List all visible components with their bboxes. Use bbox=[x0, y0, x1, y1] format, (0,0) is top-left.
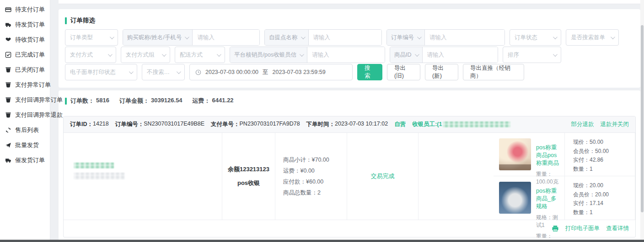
sidebar-item-pending-ship[interactable]: 待发货订单 bbox=[0, 17, 50, 32]
sidebar-item-callback-error[interactable]: 支付回调异常订单 bbox=[0, 92, 50, 107]
billing-card-icon bbox=[5, 6, 11, 13]
product-name-link[interactable]: pos称重商品pos称重商品 bbox=[536, 144, 559, 167]
product-info-1: pos称重商品pos称重商品 重量：100.00克 bbox=[536, 138, 559, 170]
callback-error-icon bbox=[5, 97, 11, 103]
buyer-search-input[interactable] bbox=[193, 30, 259, 45]
product-id-input[interactable] bbox=[423, 47, 498, 63]
chevron-down-icon bbox=[301, 35, 305, 39]
total-qty-line: 商品总数量：2 bbox=[283, 189, 347, 197]
sidebar-item-label: 待发货订单 bbox=[15, 21, 45, 29]
completed-check-icon bbox=[5, 52, 11, 58]
chevron-down-icon bbox=[414, 52, 419, 57]
sidebar-item-batch-ship[interactable]: 批量发货 bbox=[0, 137, 50, 153]
order-status-select[interactable]: 订单状态 bbox=[510, 29, 561, 46]
pickup-name-select[interactable]: 自提点名称 bbox=[265, 30, 309, 45]
date-end-value: 2023-07-03 23:59:59 bbox=[273, 69, 326, 75]
subtotal-line: 商品小计：¥70.00 bbox=[283, 156, 347, 164]
order-sn-select[interactable]: 订单编号 bbox=[387, 30, 425, 45]
pickup-name-label: 自提点名称 bbox=[269, 34, 298, 42]
qty-line: 数量：1 bbox=[573, 165, 635, 174]
price-cell-2: 现价：20.00 会员价：20.00 实付：17.14 数量：1 bbox=[565, 176, 635, 220]
platform-clerk-select[interactable]: 平台核销员/pos收银员信 bbox=[230, 47, 307, 63]
sort-label: 排序 bbox=[508, 51, 519, 59]
product-id-label: 商品ID bbox=[394, 51, 412, 59]
qty-line: 数量：1 bbox=[573, 208, 635, 217]
search-button[interactable]: 搜索 bbox=[357, 64, 382, 80]
pay-method-label: 支付方式 bbox=[70, 51, 93, 59]
redacted-cashier-phone bbox=[443, 121, 510, 127]
first-order-select[interactable]: 是否搜索首单 bbox=[566, 29, 619, 46]
sort-select[interactable]: 排序 bbox=[503, 47, 561, 63]
sidebar-item-pending-payment[interactable]: 待支付订单 bbox=[0, 2, 50, 17]
receive-goods-icon bbox=[5, 37, 11, 43]
vertical-scrollbar[interactable] bbox=[640, 0, 644, 240]
pickup-search-input[interactable] bbox=[309, 30, 382, 45]
export-old-button[interactable]: 导出(旧) bbox=[387, 64, 420, 80]
chevron-down-icon bbox=[129, 69, 134, 74]
sidebar-item-completed[interactable]: 已完成订单 bbox=[0, 47, 50, 62]
view-detail-link[interactable]: 查看详情 bbox=[606, 225, 629, 232]
order-sn-search-input[interactable] bbox=[425, 30, 504, 45]
date-range-picker[interactable]: 2023-07-03 00:00:00 至 2023-07-03 23:59:5… bbox=[189, 64, 353, 80]
product-name-link[interactable]: pos称重商品_多规格 bbox=[536, 187, 559, 210]
pickup-search-group: 自提点名称 bbox=[264, 29, 382, 46]
printer-icon[interactable] bbox=[552, 225, 559, 232]
chevron-down-icon bbox=[177, 69, 181, 74]
buyer-search-group: 购买昵称/姓名/手机号 bbox=[123, 29, 260, 46]
sidebar-item-label: 待支付订单 bbox=[15, 5, 45, 14]
time-mode-label: 不搜索时间 bbox=[147, 68, 174, 76]
sidebar-item-callback-refund[interactable]: 支付回调异常退款 bbox=[0, 107, 50, 122]
closed-order-icon bbox=[5, 67, 11, 73]
clerk-search-input[interactable] bbox=[307, 47, 385, 63]
order-stats-line: 订单数：5816 订单金额：3039126.54 运费：6441.22 bbox=[65, 97, 240, 105]
order-header: 订单ID：14218 订单编号：SN2307031017E49B8E 支付单号：… bbox=[64, 116, 635, 133]
print-eface-link[interactable]: 打印电子面单 bbox=[565, 225, 600, 232]
refund-close-link[interactable]: 退款并关闭 bbox=[601, 121, 629, 128]
paid-line: 实付：42.86 bbox=[573, 156, 635, 165]
amount-summary-cell: 商品小计：¥70.00 运费：¥0.00 应付款：¥60.00 商品总数量：2 bbox=[275, 133, 347, 220]
chevron-down-icon bbox=[108, 52, 113, 57]
order-type-select[interactable]: 订单类型 bbox=[65, 29, 118, 46]
chevron-down-icon bbox=[217, 52, 221, 57]
filter-title-text: 订单筛选 bbox=[70, 16, 95, 25]
order-row-block: 订单ID：14218 订单编号：SN2307031017E49B8E 支付单号：… bbox=[63, 116, 636, 237]
member-price-line: 会员价：50.00 bbox=[573, 147, 635, 156]
main-content: 订单筛选 订单类型 购买昵称/姓名/手机号 自提点名称 bbox=[50, 0, 644, 242]
export-direct-button[interactable]: 导出直推（经销商） bbox=[463, 64, 524, 80]
paid-line: 实付：17.14 bbox=[573, 199, 635, 208]
truck-icon bbox=[5, 21, 11, 28]
chevron-down-icon bbox=[110, 35, 114, 39]
sidebar-item-pending-receive[interactable]: 待收货订单 bbox=[0, 32, 50, 47]
price-line: 现价：20.00 bbox=[573, 181, 635, 190]
chevron-down-icon bbox=[185, 35, 189, 39]
product-id-select[interactable]: 商品ID bbox=[390, 47, 423, 63]
section-accent-bar bbox=[65, 98, 67, 105]
buyer-key-select[interactable]: 购买昵称/姓名/手机号 bbox=[123, 30, 193, 45]
pay-method-group-select[interactable]: 支付方式组 bbox=[121, 47, 170, 63]
export-new-button[interactable]: 导出(新) bbox=[425, 64, 458, 80]
sidebar: 待支付订单 待发货订单 待收货订单 已完成订单 已关闭订单 支付异常订单 支付回… bbox=[0, 0, 50, 240]
order-items-table: pos称重商品pos称重商品 重量：100.00克 现价：50.00 会员价：5… bbox=[64, 133, 635, 220]
price-cell-1: 现价：50.00 会员价：50.00 实付：42.86 数量：1 bbox=[565, 133, 635, 176]
sidebar-item-label: 支付回调异常订单 bbox=[15, 96, 63, 104]
date-separator: 至 bbox=[263, 68, 268, 76]
partial-refund-link[interactable]: 部分退款 bbox=[571, 121, 594, 128]
customer-cell bbox=[64, 133, 222, 220]
clock-icon bbox=[195, 69, 201, 75]
sidebar-item-pay-error[interactable]: 支付异常订单 bbox=[0, 77, 50, 92]
first-order-label: 是否搜索首单 bbox=[571, 34, 605, 42]
payment-cell: 余额123213123 pos收银 bbox=[222, 133, 275, 220]
sidebar-item-aftersale[interactable]: 售后列表 bbox=[0, 122, 50, 137]
platform-clerk-label: 平台核销员/pos收银员信 bbox=[234, 51, 296, 59]
sidebar-item-label: 批量发货 bbox=[15, 141, 39, 149]
sidebar-item-closed[interactable]: 已关闭订单 bbox=[0, 62, 50, 77]
product-info-2: pos称重商品_多规格 规格：测试1 重量：20.00克 bbox=[536, 182, 559, 214]
order-admin-page: 待支付订单 待发货订单 待收货订单 已完成订单 已关闭订单 支付异常订单 支付回… bbox=[0, 0, 644, 242]
eface-print-status-select[interactable]: 电子面单打印状态 bbox=[65, 64, 137, 80]
sidebar-item-urge-ship[interactable]: 催发货订单 bbox=[0, 153, 50, 168]
order-type-label: 订单类型 bbox=[70, 34, 93, 42]
delivery-method-select[interactable]: 配送方式 bbox=[175, 47, 225, 63]
scrollbar-thumb[interactable] bbox=[641, 25, 644, 212]
pay-method-select[interactable]: 支付方式 bbox=[65, 47, 116, 63]
time-mode-select[interactable]: 不搜索时间 bbox=[142, 64, 185, 80]
